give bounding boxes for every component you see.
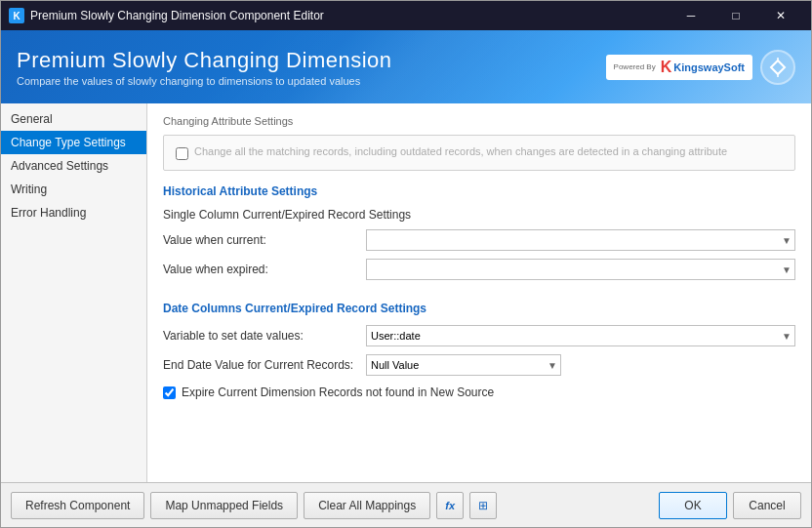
component-icon bbox=[760, 50, 795, 85]
content-panel: Changing Attribute Settings Change all t… bbox=[147, 103, 811, 482]
value-when-current-row: Value when current: ▼ bbox=[163, 229, 795, 251]
clear-all-mappings-button[interactable]: Clear All Mappings bbox=[304, 492, 430, 519]
title-bar-controls: ─ □ ✕ bbox=[669, 1, 803, 30]
cancel-button[interactable]: Cancel bbox=[733, 492, 801, 519]
sidebar-item-error-handling[interactable]: Error Handling bbox=[1, 201, 146, 224]
value-when-current-label: Value when current: bbox=[163, 233, 358, 247]
title-bar: K Premium Slowly Changing Dimension Comp… bbox=[1, 1, 811, 30]
sidebar-item-change-type-settings[interactable]: Change Type Settings bbox=[1, 131, 146, 154]
end-date-label: End Date Value for Current Records: bbox=[163, 358, 358, 372]
expire-checkbox-row: Expire Current Dimension Records not fou… bbox=[163, 386, 795, 399]
end-date-wrapper: Null Value ▼ bbox=[366, 354, 561, 376]
header-logo: Powered By K KingswaySoft bbox=[606, 50, 795, 85]
value-when-current-select[interactable] bbox=[366, 229, 795, 251]
value-when-current-wrapper: ▼ bbox=[366, 229, 795, 251]
value-when-expired-wrapper: ▼ bbox=[366, 259, 795, 280]
historical-section-header: Historical Attribute Settings bbox=[163, 184, 795, 198]
changing-attribute-row: Change all the matching records, includi… bbox=[176, 145, 783, 160]
powered-by-text: Powered By bbox=[614, 62, 656, 71]
header-subtitle: Compare the values of slowly changing to… bbox=[17, 75, 606, 87]
changing-attribute-checkbox[interactable] bbox=[176, 147, 188, 160]
sidebar: General Change Type Settings Advanced Se… bbox=[1, 103, 147, 482]
fx-button[interactable]: fx bbox=[436, 492, 464, 519]
changing-attribute-label: Change all the matching records, includi… bbox=[194, 145, 727, 157]
logo-text: KingswaySoft bbox=[673, 61, 745, 73]
variable-date-row: Variable to set date values: User::date … bbox=[163, 325, 795, 346]
minimize-button[interactable]: ─ bbox=[669, 1, 713, 30]
title-bar-text: Premium Slowly Changing Dimension Compon… bbox=[30, 9, 669, 22]
grid-icon: ⊞ bbox=[478, 499, 488, 512]
sidebar-item-general[interactable]: General bbox=[1, 107, 146, 131]
main-content: General Change Type Settings Advanced Se… bbox=[1, 103, 811, 482]
expire-checkbox[interactable] bbox=[163, 386, 176, 399]
header-text: Premium Slowly Changing Dimension Compar… bbox=[17, 48, 606, 87]
header-title: Premium Slowly Changing Dimension bbox=[17, 48, 606, 73]
refresh-component-button[interactable]: Refresh Component bbox=[11, 492, 144, 519]
date-columns-header: Date Columns Current/Expired Record Sett… bbox=[163, 302, 795, 315]
close-button[interactable]: ✕ bbox=[758, 1, 803, 30]
sidebar-item-writing[interactable]: Writing bbox=[1, 178, 146, 201]
variable-date-wrapper: User::date ▼ bbox=[366, 325, 795, 346]
single-column-title: Single Column Current/Expired Record Set… bbox=[163, 208, 795, 222]
footer: Refresh Component Map Unmapped Fields Cl… bbox=[1, 482, 811, 527]
logo-k: K bbox=[661, 59, 672, 76]
expire-checkbox-label: Expire Current Dimension Records not fou… bbox=[182, 386, 494, 399]
kingswaysoft-logo: Powered By K KingswaySoft bbox=[606, 55, 752, 80]
value-when-expired-label: Value when expired: bbox=[163, 263, 358, 276]
end-date-select[interactable]: Null Value bbox=[366, 354, 561, 376]
changing-attribute-block: Change all the matching records, includi… bbox=[163, 135, 795, 171]
end-date-row: End Date Value for Current Records: Null… bbox=[163, 354, 795, 376]
fx-icon: fx bbox=[445, 500, 455, 511]
variable-date-label: Variable to set date values: bbox=[163, 329, 358, 343]
header-banner: Premium Slowly Changing Dimension Compar… bbox=[1, 30, 811, 103]
grid-button[interactable]: ⊞ bbox=[469, 492, 497, 519]
value-when-expired-select[interactable] bbox=[366, 259, 795, 280]
map-unmapped-fields-button[interactable]: Map Unmapped Fields bbox=[150, 492, 298, 519]
changing-attribute-section-title: Changing Attribute Settings bbox=[163, 115, 795, 127]
sidebar-item-advanced-settings[interactable]: Advanced Settings bbox=[1, 154, 146, 178]
maximize-button[interactable]: □ bbox=[713, 1, 758, 30]
value-when-expired-row: Value when expired: ▼ bbox=[163, 259, 795, 280]
app-icon: K bbox=[9, 8, 24, 23]
ok-button[interactable]: OK bbox=[659, 492, 727, 519]
variable-date-select[interactable]: User::date bbox=[366, 325, 795, 346]
